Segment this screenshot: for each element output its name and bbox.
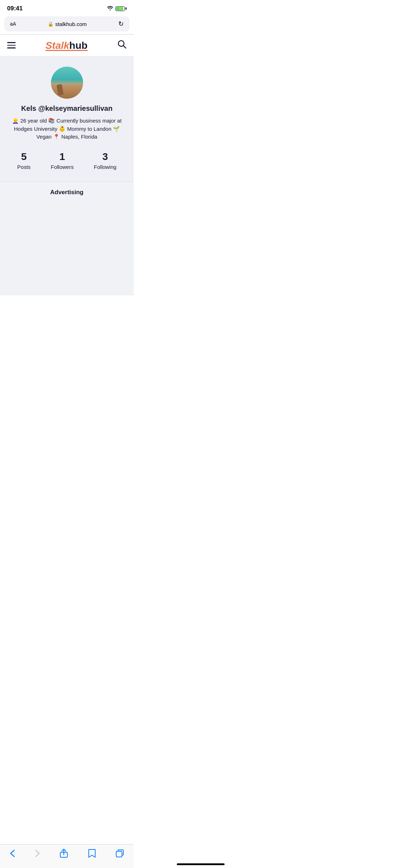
search-button[interactable]	[117, 40, 127, 51]
wifi-icon	[107, 5, 113, 12]
lock-icon: 🔒	[48, 21, 53, 27]
logo-stalk: Stalk	[45, 40, 69, 51]
posts-label: Posts	[17, 164, 31, 170]
status-time: 09:41	[7, 5, 22, 12]
profile-name: Kels @kelseymariesullivan	[21, 104, 112, 113]
nav-bar: Stalkhub	[0, 35, 134, 56]
following-count: 3	[102, 151, 108, 162]
profile-bio: 👱‍♀️ 26 year old 📚 Currently business ma…	[10, 117, 124, 141]
following-label: Following	[94, 164, 116, 170]
status-bar: 09:41 ⚡	[0, 0, 134, 15]
site-logo[interactable]: Stalkhub	[45, 40, 87, 51]
url-bar[interactable]: 🔒 stalkhub.com	[48, 21, 87, 27]
stat-posts: 5 Posts	[17, 151, 31, 170]
svg-line-1	[123, 46, 126, 48]
url-text: stalkhub.com	[55, 21, 87, 27]
posts-count: 5	[21, 151, 27, 162]
stat-following: 3 Following	[94, 151, 116, 170]
logo-hub: hub	[69, 40, 87, 51]
advertising-title: Advertising	[7, 189, 127, 196]
font-size-control[interactable]: aA	[10, 21, 16, 27]
avatar	[51, 67, 83, 99]
advertising-section: Advertising	[0, 181, 134, 295]
stat-followers: 1 Followers	[51, 151, 73, 170]
status-icons: ⚡	[107, 5, 127, 12]
followers-label: Followers	[51, 164, 73, 170]
battery-icon: ⚡	[115, 6, 127, 11]
browser-bar[interactable]: aA 🔒 stalkhub.com ↻	[4, 16, 129, 31]
menu-button[interactable]	[7, 42, 16, 48]
stats-row: 5 Posts 1 Followers 3 Following	[7, 148, 127, 173]
avatar-image	[51, 67, 83, 99]
reload-button[interactable]: ↻	[118, 20, 124, 28]
profile-section: Kels @kelseymariesullivan 👱‍♀️ 26 year o…	[0, 56, 134, 181]
followers-count: 1	[60, 151, 65, 162]
